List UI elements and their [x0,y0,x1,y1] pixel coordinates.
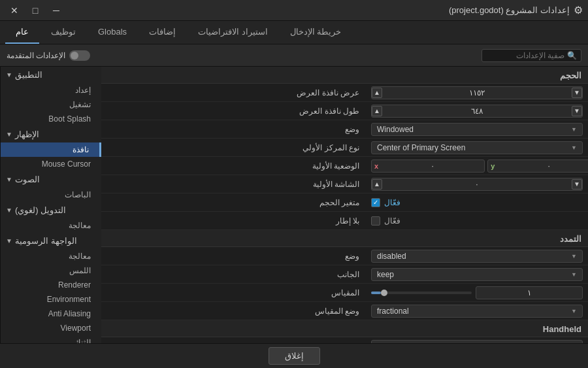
sidebar: التطبيق ▼ إعداد تشغيل Boot Splash الإظها… [0,67,101,343]
number-input-viewport-height[interactable]: ▲ ▼ [371,105,583,118]
row-resizable: متغير الحجم ✓ فعّال [101,193,588,212]
bottom-bar: إغلاق [0,343,588,368]
checkbox-resizable-wrap: ✓ فعّال [371,198,583,207]
close-button[interactable]: ✕ [5,3,24,18]
tab-general[interactable]: عام [5,21,39,44]
dropdown-scale-mode[interactable]: fractional ▼ [371,305,583,318]
title-bar: ⚙ إعدادات المشروع (project.godot) ─ □ ✕ [0,0,588,21]
row-scale-mode: وضع المقياس fractional ▼ [101,302,588,320]
value-scale-mode: fractional ▼ [366,305,588,318]
search-input[interactable] [486,51,564,60]
label-viewport-width: عرض نافذة العرض [101,88,366,97]
tab-plugins[interactable]: إضافات [139,21,186,44]
field-initial-screen[interactable] [382,178,572,190]
scripting-label: التدويل (لغوي) [15,205,66,215]
title-bar-controls: ─ □ ✕ [5,3,65,18]
xy-initial-position: x y [371,159,588,173]
minimize-button[interactable]: ─ [47,3,65,18]
sidebar-item-renderer[interactable]: Renderer [1,278,101,292]
sidebar-item-environment[interactable]: Environment [1,292,101,307]
label-scale-mode: وضع المقياس [101,307,366,316]
dropdown-mode-value: Windowed [377,125,414,134]
value-scale [366,286,588,299]
value-initial-position: x y [366,159,588,173]
value-aspect: keep ▼ [366,268,588,281]
close-dialog-button[interactable]: إغلاق [269,347,320,365]
value-viewport-width: ▲ ▼ [366,86,588,99]
sidebar-item-anti-aliasing[interactable]: Anti Aliasing [1,307,101,321]
field-viewport-width[interactable] [382,87,572,99]
application-arrow: ▼ [6,71,12,78]
y-input[interactable] [497,160,588,172]
spinner-up-height[interactable]: ▼ [572,106,582,116]
sidebar-item-processing[interactable]: معالجة [1,218,101,233]
sidebar-header-application[interactable]: التطبيق ▼ [1,67,101,83]
advanced-toggle[interactable]: الإعدادات المتقدمة [7,50,90,61]
sidebar-header-appearance[interactable]: الإظهار ▼ [1,126,101,142]
sidebar-header-scripting[interactable]: التدويل (لغوي) ▼ [1,202,101,218]
x-input[interactable] [381,160,484,172]
dropdown-aspect[interactable]: keep ▼ [371,268,583,281]
appearance-label: الإظهار [15,129,39,139]
tab-globals[interactable]: Globals [88,21,137,44]
row-initial-position: الوضعية الأولية x y [101,157,588,175]
section-title-size: الحجم [101,67,588,84]
gui-label: الواجهة الرسومية [15,236,77,246]
xy-x-part: x [371,159,485,173]
sidebar-item-buses[interactable]: الباصات [1,188,101,202]
sidebar-item-window[interactable]: نافذة [1,142,101,157]
sidebar-item-config[interactable]: إعداد [1,83,101,97]
spinner-up-screen[interactable]: ▼ [572,179,582,190]
spinner-down-width[interactable]: ▲ [372,88,382,98]
dropdown-stretch-mode-arrow: ▼ [571,253,577,259]
sidebar-item-mouse-cursor[interactable]: Mouse Cursor [1,157,101,171]
spinner-up-width[interactable]: ▼ [572,88,582,98]
tab-input-map[interactable]: خريطة الإدخال [280,21,352,44]
value-borderless: فعّال [366,216,588,226]
sidebar-item-touch[interactable]: اللمس [1,263,101,278]
application-label: التطبيق [15,70,42,80]
dropdown-initial-position[interactable]: Center of Primary Screen ▼ [371,141,583,154]
dropdown-orientation[interactable]: Landscape ▼ [371,340,583,344]
checkbox-resizable[interactable]: ✓ [371,198,380,207]
search-box[interactable]: 🔍 [482,49,581,62]
field-viewport-height[interactable] [382,105,572,117]
section-label-stretch: التمدد [101,230,588,247]
x-label: x [372,161,381,171]
number-input-initial-screen[interactable]: ▲ ▼ [371,178,583,191]
sidebar-item-boot-splash[interactable]: Boot Splash [1,112,101,126]
row-initial-screen: الشاشة الأولية ▲ ▼ [101,175,588,193]
row-viewport-width: عرض نافذة العرض ▲ ▼ [101,84,588,102]
tab-network[interactable]: توظيف [41,21,86,44]
audio-label: الصوت [15,175,40,184]
dropdown-mode[interactable]: Windowed ▼ [371,123,583,136]
label-aspect: الجانب [101,270,366,279]
tab-import-defaults[interactable]: استيراد الافتراضيات [188,21,278,44]
slider-fill-scale [371,292,381,294]
dropdown-initial-position-arrow: ▼ [571,144,577,151]
slider-thumb-scale[interactable] [381,290,387,296]
sidebar-item-rendering[interactable]: معالجة [1,249,101,263]
scale-value-input[interactable] [476,286,583,299]
spinner-down-height[interactable]: ▲ [372,106,382,116]
sidebar-item-shading[interactable]: الثنائي [1,335,101,343]
toolbar-left: 🔍 [482,49,581,62]
window-title: إعدادات المشروع (project.godot) [449,5,570,15]
sidebar-item-viewport[interactable]: Viewport [1,321,101,335]
spinner-down-screen[interactable]: ▲ [372,179,382,190]
sidebar-item-run[interactable]: تشغيل [1,97,101,112]
number-input-viewport-width[interactable]: ▲ ▼ [371,86,583,99]
row-orientation: Orientation Landscape ▼ [101,337,588,343]
content-area: الحجم عرض نافذة العرض ▲ ▼ طول نافذة العر… [101,67,588,343]
checkbox-borderless-wrap: فعّال [371,216,583,226]
value-orientation: Landscape ▼ [366,340,588,344]
app-icon: ⚙ [574,4,583,16]
label-mode: وضع [101,125,366,134]
sidebar-header-audio[interactable]: الصوت ▼ [1,171,101,188]
maximize-button[interactable]: □ [26,3,44,18]
slider-track-scale [371,292,472,294]
slider-wrap-scale [371,286,583,299]
sidebar-header-gui[interactable]: الواجهة الرسومية ▼ [1,233,101,249]
dropdown-stretch-mode[interactable]: disabled ▼ [371,250,583,263]
checkbox-borderless[interactable] [371,216,380,226]
